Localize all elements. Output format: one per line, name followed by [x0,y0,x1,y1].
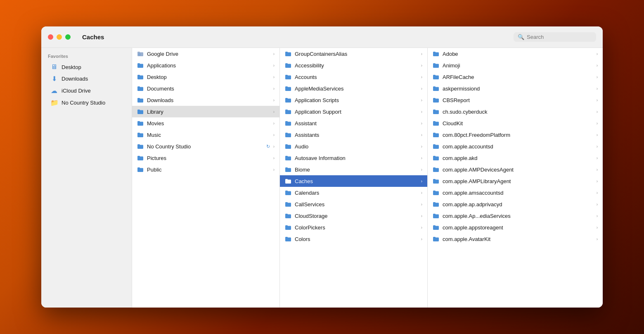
chevron-icon-apmediaservices: › [597,214,598,218]
search-bar[interactable]: 🔍 [514,32,596,42]
folder-label-ampdevicesagent: com.apple.AMPDevicesAgent [443,167,593,173]
content-area: Favorites 🖥 Desktop ⬇ Downloads ☁ iCloud… [41,48,603,308]
folder-row-avatarkit[interactable]: com.apple.AvatarKit› [428,233,603,245]
folder-icon-google-drive: G [137,50,144,57]
folder-icon-applemediaservices [285,85,291,92]
folder-icon-groupcontainers [285,50,291,57]
folder-row-akd[interactable]: com.apple.akd› [428,152,603,164]
folder-row-groupcontainers[interactable]: GroupContainersAlias› [280,48,427,60]
folder-row-music[interactable]: Music› [132,129,279,141]
chevron-icon-callservices: › [421,202,422,207]
folder-row-assistants[interactable]: Assistants› [280,129,427,141]
folder-row-adobe[interactable]: Adobe› [428,48,603,60]
folder-label-cloudstorage: CloudStorage [295,213,418,219]
folder-row-accountsd[interactable]: com.apple.accountsd› [428,141,603,152]
folder-row-desktop[interactable]: Desktop› [132,71,279,83]
chevron-icon-askpermissiond: › [597,86,598,91]
sidebar-item-label-icloud: iCloud Drive [62,88,91,94]
folder-icon-accountsd [433,143,439,150]
folder-icon-cloudstorage [285,212,291,219]
folder-icon-arfilecache [433,74,439,80]
folder-row-apmediaservices[interactable]: com.apple.Ap...ediaServices› [428,210,603,222]
folder-row-arfilecache[interactable]: ARFileCache› [428,71,603,83]
chevron-icon-music: › [273,133,275,137]
folder-row-movies[interactable]: Movies› [132,117,279,129]
folder-row-biome[interactable]: Biome› [280,164,427,175]
folder-row-freedomplatform[interactable]: com.80pct.FreedomPlatform› [428,129,603,141]
folder-row-askpermissiond[interactable]: askpermissiond› [428,83,603,94]
chevron-icon-arfilecache: › [597,75,598,79]
folder-row-applicationscripts[interactable]: Application Scripts› [280,94,427,106]
folder-label-colorpickers: ColorPickers [295,224,418,231]
window-title: Caches [74,33,510,41]
chevron-icon-colorpickers: › [421,225,422,230]
folder-row-applications[interactable]: Applications› [132,60,279,71]
minimize-button[interactable] [57,34,62,40]
folder-row-pictures[interactable]: Pictures› [132,152,279,164]
folder-icon-downloads [137,97,144,103]
folder-label-avatarkit: com.apple.AvatarKit [443,236,593,242]
folder-label-desktop: Desktop [147,74,270,80]
folder-row-assistant[interactable]: Assistant› [280,117,427,129]
chevron-icon-accountsd: › [597,144,598,149]
folder-icon-applications [137,62,144,69]
chevron-icon-applicationscripts: › [421,98,422,103]
folder-row-applemediaservices[interactable]: AppleMediaServices› [280,83,427,94]
folder-row-audio[interactable]: Audio› [280,141,427,152]
search-input[interactable] [527,34,585,40]
folder-row-nocountry[interactable]: No Country Studio↻› [132,141,279,152]
sidebar-item-icloud[interactable]: ☁ iCloud Drive [44,85,129,97]
folder-row-appstoreagent[interactable]: com.apple.appstoreagent› [428,222,603,233]
folder-row-cyberduck[interactable]: ch.sudo.cyberduck› [428,106,603,117]
folder-icon-music [137,131,144,138]
folder-icon-cbsreport [433,97,439,103]
folder-label-adobe: Adobe [443,51,593,57]
folder-label-applications: Applications [147,62,270,69]
folder-row-autosave[interactable]: Autosave Information› [280,152,427,164]
folder-row-colors[interactable]: Colors› [280,233,427,245]
folder-row-amsaccountsd[interactable]: com.apple.amsaccountsd› [428,187,603,198]
chevron-icon-downloads: › [273,98,275,103]
folder-icon-amsaccountsd [433,189,439,196]
folder-row-ampdevicesagent[interactable]: com.apple.AMPDevicesAgent› [428,164,603,175]
folder-icon-amplibraryagent [433,178,439,184]
folder-icon-ampdevicesagent [433,166,439,173]
folder-label-calendars: Calendars [295,190,418,196]
folder-row-callservices[interactable]: CallServices› [280,198,427,210]
folder-icon-accounts [285,74,291,80]
sidebar-item-desktop[interactable]: 🖥 Desktop [44,61,129,73]
folder-row-accessibility[interactable]: Accessibility› [280,60,427,71]
folder-row-applicationsupport[interactable]: Application Support› [280,106,427,117]
folder-icon-library [137,108,144,115]
folder-label-accessibility: Accessibility [295,62,418,69]
chevron-icon-documents: › [273,86,275,91]
folder-label-arfilecache: ARFileCache [443,74,593,80]
folder-row-animoji[interactable]: Animoji› [428,60,603,71]
folder-row-documents[interactable]: Documents› [132,83,279,94]
sidebar-item-label-desktop: Desktop [62,64,81,70]
sidebar-item-nocountry[interactable]: 📁 No Country Studio [44,97,129,109]
close-button[interactable] [48,34,53,40]
chevron-icon-nocountry: › [273,144,275,149]
folder-row-cbsreport[interactable]: CBSReport› [428,94,603,106]
chevron-icon-appstoreagent: › [597,225,598,230]
folder-label-applemediaservices: AppleMediaServices [295,86,418,92]
sidebar-item-downloads[interactable]: ⬇ Downloads [44,73,129,85]
chevron-icon-cloudstorage: › [421,214,422,218]
folder-row-accounts[interactable]: Accounts› [280,71,427,83]
folder-row-calendars[interactable]: Calendars› [280,187,427,198]
folder-row-library[interactable]: Library› [132,106,279,117]
folder-row-google-drive[interactable]: G Google Drive› [132,48,279,60]
maximize-button[interactable] [65,34,71,40]
folder-row-cloudkit[interactable]: CloudKit› [428,117,603,129]
folder-row-downloads[interactable]: Downloads› [132,94,279,106]
chevron-icon-animoji: › [597,63,598,68]
nocountry-icon: 📁 [50,99,58,107]
folder-row-caches[interactable]: Caches› [280,175,427,187]
folder-row-adprivacyd[interactable]: com.apple.ap.adprivacyd› [428,198,603,210]
folder-label-library: Library [147,109,270,115]
folder-row-amplibraryagent[interactable]: com.apple.AMPLibraryAgent› [428,175,603,187]
folder-row-colorpickers[interactable]: ColorPickers› [280,222,427,233]
folder-row-cloudstorage[interactable]: CloudStorage› [280,210,427,222]
folder-row-public[interactable]: Public› [132,164,279,175]
